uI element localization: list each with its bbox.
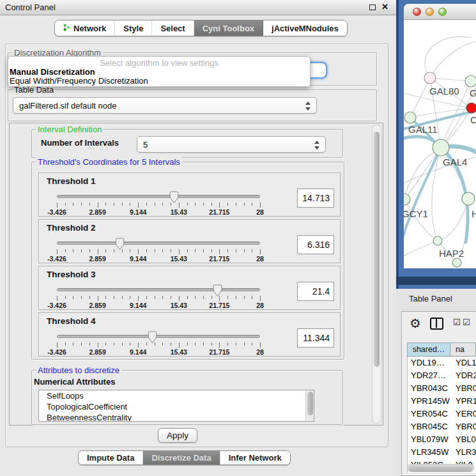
network-edge[interactable] [430, 78, 471, 81]
slider-track[interactable] [57, 288, 260, 291]
list-item-topologicalcoefficient[interactable]: TopologicalCoefficient [39, 401, 314, 412]
network-edge[interactable] [410, 78, 430, 118]
network-canvas[interactable]: GAL80GACGAL11GAL4GCY1HHAP2 [404, 20, 476, 268]
select-columns-checkbox-icon[interactable]: ☑ [463, 318, 470, 327]
split-columns-icon[interactable] [430, 318, 443, 330]
threshold-slider[interactable]: -3.4262.8599.14415.4321.71528 [50, 330, 266, 357]
table-row[interactable]: YBR045CYBR0 [408, 420, 476, 433]
tab-label: Cyni Toolbox [203, 24, 254, 33]
scale-label: 15.43 [171, 302, 187, 309]
tab-jactivemnodules[interactable]: jActiveMNodules [263, 20, 347, 36]
close-traffic-light-icon[interactable] [413, 8, 421, 16]
tab-network[interactable]: Network [55, 20, 115, 36]
tab-cyni-toolbox[interactable]: Cyni Toolbox [194, 20, 263, 36]
cell-shared-name[interactable]: YER054C [408, 408, 450, 420]
threshold-slider[interactable]: -3.4262.8599.14415.4321.71528 [50, 236, 266, 263]
network-node-gal4[interactable] [433, 139, 449, 156]
tick-mark [57, 249, 58, 254]
tab-style[interactable]: Style [115, 20, 152, 36]
close-icon[interactable]: ✕ [381, 2, 388, 12]
tab-infer-network[interactable]: Infer Network [220, 451, 290, 464]
table-hscrollbar-thumb[interactable] [409, 466, 472, 472]
minimize-traffic-light-icon[interactable] [426, 8, 434, 16]
settings-scrollbar-thumb[interactable] [374, 132, 380, 367]
network-node-h[interactable] [462, 192, 475, 205]
cell-name[interactable]: YPR1 [450, 395, 476, 408]
threshold-value-field[interactable]: 6.316 [297, 235, 334, 254]
network-edge[interactable] [438, 199, 468, 241]
threshold-slider[interactable]: -3.4262.8599.14415.4321.71528 [50, 190, 266, 217]
threshold-slider[interactable]: -3.4262.8599.14415.4321.71528 [50, 283, 266, 310]
slider-track[interactable] [57, 335, 260, 338]
select-all-checkbox-icon[interactable]: ☑ [453, 318, 461, 327]
network-node[interactable] [452, 258, 461, 267]
dropdown-item-manual-discretization[interactable]: Manual Discretization [8, 68, 310, 77]
cell-shared-name[interactable]: YPR145W [408, 395, 450, 408]
float-window-icon[interactable] [369, 4, 376, 10]
network-node-gcy1[interactable] [404, 194, 410, 205]
scale-label: 21.715 [209, 348, 229, 356]
tick-mark [98, 296, 98, 301]
cell-shared-name[interactable]: YLR345W [408, 446, 450, 459]
slider-thumb[interactable] [148, 331, 157, 344]
table-row[interactable]: YDR27…YDR2 [408, 369, 476, 382]
bottom-tab-bar: Impute DataDiscretize DataInfer Network [78, 450, 291, 465]
threshold-value-field[interactable]: 11.344 [297, 328, 334, 348]
settings-scrollbar[interactable] [372, 125, 381, 424]
apply-button[interactable]: Apply [158, 428, 197, 443]
tab-select[interactable]: Select [152, 20, 194, 36]
network-node-gal11[interactable] [404, 112, 416, 123]
network-edge[interactable] [430, 42, 476, 78]
tab-impute-data[interactable]: Impute Data [79, 451, 143, 464]
cell-name[interactable]: YBR0 [450, 382, 476, 395]
cell-shared-name[interactable]: YBR045C [408, 420, 450, 433]
table-row[interactable]: YDL19…YDL1 [408, 357, 476, 369]
cell-name[interactable]: YBL0 [450, 433, 476, 446]
gear-icon[interactable]: ⚙ [410, 316, 421, 331]
table-row[interactable]: YLR345WYLR3 [408, 446, 476, 459]
zoom-traffic-light-icon[interactable] [438, 8, 447, 16]
slider-thumb[interactable] [169, 191, 179, 204]
cell-shared-name[interactable]: YBL079W [408, 433, 450, 446]
slider-track[interactable] [57, 242, 260, 245]
cell-name[interactable]: YLR3 [450, 446, 476, 459]
numerical-attributes-list[interactable]: SelfLoopsTopologicalCoefficientBetweenne… [38, 390, 314, 422]
table-hscrollbar[interactable] [407, 464, 474, 472]
dropdown-item-equal-width-frequency-discretization[interactable]: Equal Width/Frequency Discretization [8, 77, 310, 86]
threshold-value-field[interactable]: 21.4 [297, 282, 334, 301]
network-node-c[interactable] [466, 103, 476, 113]
column-header-name[interactable]: na [450, 343, 475, 356]
network-node-gal80[interactable] [424, 72, 436, 84]
cell-shared-name[interactable]: YDR27… [408, 369, 450, 382]
network-edge[interactable] [425, 36, 471, 78]
number-of-intervals-combo[interactable]: 5 [137, 136, 326, 153]
cell-name[interactable]: YDL1 [450, 357, 476, 369]
attributes-scrollbar[interactable] [305, 390, 314, 421]
column-header-shared-name[interactable]: shared… [408, 343, 450, 356]
network-node-label: HAP2 [439, 248, 464, 259]
table-row[interactable]: YBR043CYBR0 [408, 382, 476, 395]
network-node-hap2[interactable] [433, 236, 442, 245]
list-item-betweennesscentrality[interactable]: BetweennessCentrality [39, 412, 314, 422]
cell-name[interactable]: YER0 [450, 408, 476, 420]
network-edge[interactable] [404, 241, 438, 256]
table-row[interactable]: YER054CYER0 [408, 408, 476, 420]
slider-thumb[interactable] [213, 284, 222, 297]
cell-name[interactable]: YDR2 [450, 369, 476, 382]
tab-discretize-data[interactable]: Discretize Data [143, 451, 220, 464]
network-edge[interactable] [410, 108, 472, 118]
table-data-combo[interactable]: galFiltered.sif default node [13, 97, 317, 114]
network-node-ga[interactable] [465, 75, 476, 87]
table-row[interactable]: YBL079WYBL0 [408, 433, 476, 446]
list-item-selfloops[interactable]: SelfLoops [39, 390, 314, 401]
network-edge[interactable] [404, 148, 441, 199]
slider-thumb[interactable] [115, 238, 125, 250]
cell-shared-name[interactable]: YDL19… [408, 357, 450, 369]
slider-track[interactable] [57, 195, 260, 198]
cell-shared-name[interactable]: YBR043C [408, 382, 450, 395]
threshold-value-field[interactable]: 14.713 [297, 188, 334, 208]
table-row[interactable]: YPR145WYPR1 [408, 395, 476, 408]
network-window-titlebar[interactable] [404, 4, 476, 20]
cell-name[interactable]: YBR0 [450, 420, 476, 433]
tick-mark [105, 249, 106, 252]
